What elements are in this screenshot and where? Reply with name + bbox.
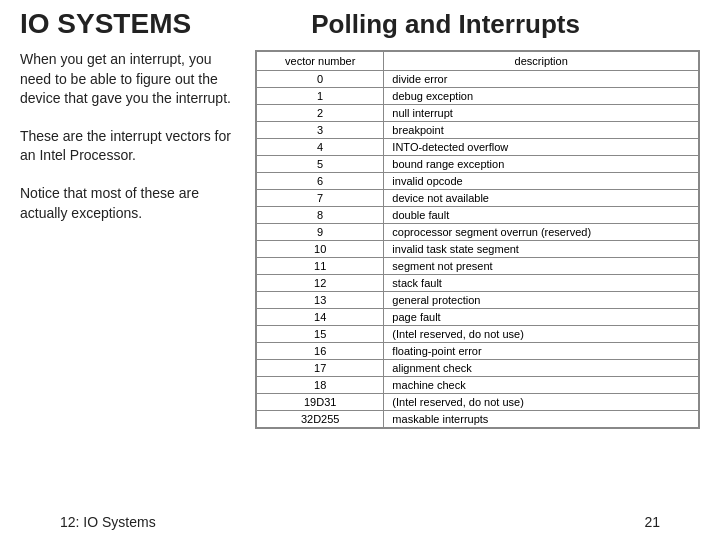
footer-right: 21 bbox=[644, 514, 660, 530]
table-row: 7device not available bbox=[257, 190, 699, 207]
table-cell-vector: 3 bbox=[257, 122, 384, 139]
table-cell-description: double fault bbox=[384, 207, 699, 224]
table-cell-vector: 19D31 bbox=[257, 394, 384, 411]
table-row: 15(Intel reserved, do not use) bbox=[257, 326, 699, 343]
table-row: 5bound range exception bbox=[257, 156, 699, 173]
table-cell-description: stack fault bbox=[384, 275, 699, 292]
table-row: 16floating-point error bbox=[257, 343, 699, 360]
table-cell-vector: 11 bbox=[257, 258, 384, 275]
col-header-description: description bbox=[384, 52, 699, 71]
table-cell-vector: 18 bbox=[257, 377, 384, 394]
paragraph-2: These are the interrupt vectors for an I… bbox=[20, 127, 235, 166]
table-cell-description: device not available bbox=[384, 190, 699, 207]
table-cell-description: (Intel reserved, do not use) bbox=[384, 326, 699, 343]
table-cell-vector: 2 bbox=[257, 105, 384, 122]
table-row: 19D31(Intel reserved, do not use) bbox=[257, 394, 699, 411]
table-cell-description: null interrupt bbox=[384, 105, 699, 122]
table-cell-description: maskable interrupts bbox=[384, 411, 699, 428]
footer-left: 12: IO Systems bbox=[60, 514, 156, 530]
header: IO SYSTEMS Polling and Interrupts bbox=[0, 0, 720, 40]
interrupt-table: vector number description 0divide error1… bbox=[256, 51, 699, 428]
left-panel: When you get an interrupt, you need to b… bbox=[20, 50, 235, 429]
table-row: 18machine check bbox=[257, 377, 699, 394]
table-cell-vector: 14 bbox=[257, 309, 384, 326]
table-header-row: vector number description bbox=[257, 52, 699, 71]
table-row: 0divide error bbox=[257, 71, 699, 88]
table-row: 1debug exception bbox=[257, 88, 699, 105]
table-cell-vector: 32D255 bbox=[257, 411, 384, 428]
table-cell-vector: 15 bbox=[257, 326, 384, 343]
table-cell-description: alignment check bbox=[384, 360, 699, 377]
table-cell-description: page fault bbox=[384, 309, 699, 326]
paragraph-3: Notice that most of these are actually e… bbox=[20, 184, 235, 223]
main-content: When you get an interrupt, you need to b… bbox=[0, 40, 720, 429]
table-cell-vector: 12 bbox=[257, 275, 384, 292]
table-row: 12stack fault bbox=[257, 275, 699, 292]
table-cell-vector: 4 bbox=[257, 139, 384, 156]
table-cell-description: general protection bbox=[384, 292, 699, 309]
table-row: 14page fault bbox=[257, 309, 699, 326]
table-cell-vector: 9 bbox=[257, 224, 384, 241]
table-row: 32D255maskable interrupts bbox=[257, 411, 699, 428]
table-row: 9coprocessor segment overrun (reserved) bbox=[257, 224, 699, 241]
table-cell-description: bound range exception bbox=[384, 156, 699, 173]
interrupt-table-container: vector number description 0divide error1… bbox=[255, 50, 700, 429]
table-cell-vector: 16 bbox=[257, 343, 384, 360]
footer: 12: IO Systems 21 bbox=[0, 514, 720, 530]
page-subtitle: Polling and Interrupts bbox=[191, 9, 700, 40]
table-cell-vector: 0 bbox=[257, 71, 384, 88]
table-cell-vector: 8 bbox=[257, 207, 384, 224]
table-cell-vector: 13 bbox=[257, 292, 384, 309]
table-row: 2null interrupt bbox=[257, 105, 699, 122]
table-cell-description: machine check bbox=[384, 377, 699, 394]
table-cell-description: (Intel reserved, do not use) bbox=[384, 394, 699, 411]
table-cell-description: INTO-detected overflow bbox=[384, 139, 699, 156]
table-cell-vector: 1 bbox=[257, 88, 384, 105]
table-cell-description: invalid task state segment bbox=[384, 241, 699, 258]
table-row: 13general protection bbox=[257, 292, 699, 309]
table-row: 3breakpoint bbox=[257, 122, 699, 139]
table-row: 10invalid task state segment bbox=[257, 241, 699, 258]
table-cell-description: breakpoint bbox=[384, 122, 699, 139]
table-cell-vector: 17 bbox=[257, 360, 384, 377]
table-cell-description: segment not present bbox=[384, 258, 699, 275]
col-header-vector: vector number bbox=[257, 52, 384, 71]
page-title: IO SYSTEMS bbox=[20, 8, 191, 40]
table-cell-vector: 7 bbox=[257, 190, 384, 207]
table-row: 4INTO-detected overflow bbox=[257, 139, 699, 156]
table-row: 11segment not present bbox=[257, 258, 699, 275]
table-cell-description: divide error bbox=[384, 71, 699, 88]
table-cell-vector: 5 bbox=[257, 156, 384, 173]
table-cell-description: floating-point error bbox=[384, 343, 699, 360]
paragraph-1: When you get an interrupt, you need to b… bbox=[20, 50, 235, 109]
table-cell-description: coprocessor segment overrun (reserved) bbox=[384, 224, 699, 241]
table-cell-description: debug exception bbox=[384, 88, 699, 105]
table-cell-description: invalid opcode bbox=[384, 173, 699, 190]
table-row: 6invalid opcode bbox=[257, 173, 699, 190]
table-row: 8double fault bbox=[257, 207, 699, 224]
table-cell-vector: 6 bbox=[257, 173, 384, 190]
table-row: 17alignment check bbox=[257, 360, 699, 377]
table-cell-vector: 10 bbox=[257, 241, 384, 258]
